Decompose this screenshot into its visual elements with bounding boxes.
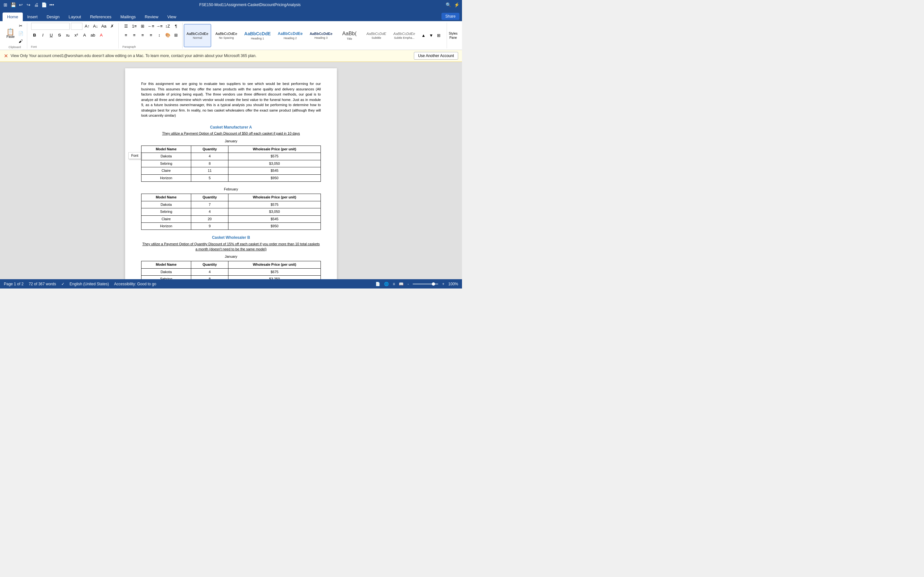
style-heading1[interactable]: AaBbCcDdE Heading 1 [241,24,273,47]
share-icon[interactable]: ⚡ [454,2,459,8]
zoom-out-icon[interactable]: - [407,282,409,286]
col-model-name: Model Name [142,146,191,153]
cell-model: Dakota [142,201,191,208]
tab-insert[interactable]: Insert [23,13,42,21]
line-spacing-button[interactable]: ↕ [156,32,163,39]
print-preview-icon[interactable]: 📄 [41,2,47,8]
zoom-slider-thumb [432,282,435,285]
italic-button[interactable]: I [39,32,47,39]
clear-formatting-button[interactable]: ✗ [109,23,116,30]
clipboard-label: Clipboard [9,45,21,49]
col-quantity: Quantity [191,261,228,268]
tab-view[interactable]: View [163,13,181,21]
cell-qty: 20 [191,215,228,222]
numbering-button[interactable]: 1≡ [131,23,138,30]
save-icon[interactable]: 💾 [10,2,16,8]
style-heading3[interactable]: AaBbCcDdEe Heading 3 [307,24,335,47]
print-icon[interactable]: 🖨 [33,2,39,8]
tab-design[interactable]: Design [42,13,64,21]
paste-button[interactable]: 📋 Paste [5,28,16,39]
borders-button[interactable]: ⊞ [173,32,180,39]
col-model-name: Model Name [142,261,191,268]
cell-price: $3,050 [228,160,321,167]
zoom-in-icon[interactable]: + [442,282,444,286]
tab-references[interactable]: References [86,13,116,21]
search-icon[interactable]: 🔍 [445,2,451,8]
cut-button[interactable]: ✂ [17,23,24,29]
highlight-button[interactable]: ab [89,32,97,39]
align-right-button[interactable]: ≡ [139,32,146,39]
styles-scroll-down-button[interactable]: ▼ [428,32,435,39]
style-subtle-emphasis[interactable]: AaBbCcDdEe Subtle Empha... [391,24,418,47]
superscript-button[interactable]: x² [73,32,80,39]
font-name-input[interactable] [31,23,69,30]
zoom-slider[interactable] [413,284,438,285]
cell-price: $950 [228,222,321,229]
show-paragraph-button[interactable]: ¶ [173,23,180,30]
cell-price: $3,250 [228,276,321,279]
tab-review[interactable]: Review [140,13,163,21]
redo-icon[interactable]: ↪ [26,2,31,8]
cell-qty: 4 [191,153,228,160]
cell-qty: 7 [191,201,228,208]
text-effects-button[interactable]: A [81,32,88,39]
change-case-button[interactable]: Aa [100,23,107,30]
style-normal-name: Normal [193,36,202,39]
view-outline-icon[interactable]: ≡ [393,282,395,286]
notification-close-icon[interactable]: ✕ [4,53,8,59]
zoom-level[interactable]: 100% [448,282,458,286]
font-size-input[interactable] [71,23,82,30]
style-subtitle[interactable]: AaBbCcDdE Subtitle [363,24,389,47]
font-color-button[interactable]: A [98,32,105,39]
increase-font-size-button[interactable]: A↑ [84,23,91,30]
cell-qty: 9 [191,222,228,229]
decrease-font-size-button[interactable]: A↓ [92,23,99,30]
style-subtle-emphasis-preview: AaBbCcDdEe [393,32,415,35]
cell-qty: 4 [191,268,228,276]
style-normal[interactable]: AaBbCcDdEe Normal [184,24,212,47]
bullets-button[interactable]: ☰ [123,23,129,30]
shading-button[interactable]: 🎨 [164,32,171,39]
view-normal-icon[interactable]: 📄 [375,282,380,286]
undo-icon[interactable]: ↩ [18,2,24,8]
view-web-icon[interactable]: 🌐 [384,282,389,286]
cell-price: $950 [228,174,321,181]
justify-button[interactable]: ≡ [148,32,155,39]
tab-layout[interactable]: Layout [64,13,86,21]
multilevel-list-button[interactable]: ⊞ [139,23,146,30]
style-heading2[interactable]: AaBbCcDdEe Heading 2 [275,24,305,47]
spelling-check-icon[interactable]: ✓ [61,282,65,286]
accessibility-indicator: Accessibility: Good to go [114,282,156,286]
font-name-row: A↑ A↓ Aa ✗ [31,23,116,30]
more-icon[interactable]: ••• [49,2,55,8]
format-painter-button[interactable]: 🖌 [17,38,24,45]
font-tooltip: Font [128,152,141,159]
style-no-spacing[interactable]: AaBbCcDdEe No Spacing [212,24,240,47]
use-another-account-button[interactable]: Use Another Account [414,52,458,60]
share-button[interactable]: Share [441,13,459,20]
section-a: Casket Manufacturer A They utilize a Pay… [141,125,321,230]
sort-button[interactable]: ↕Z [164,23,171,30]
underline-button[interactable]: U [48,32,55,39]
section-b-subheading: They utilize a Payment Option of Quantit… [141,242,321,251]
view-read-icon[interactable]: 📖 [399,282,404,286]
align-center-button[interactable]: ≡ [131,32,138,39]
decrease-indent-button[interactable]: ←≡ [148,23,155,30]
style-title[interactable]: AaBb( Title [336,24,362,47]
section-b-january-table: Model Name Quantity Wholesale Price (per… [141,261,321,279]
styles-scroll-up-button[interactable]: ▲ [420,32,427,39]
bold-button[interactable]: B [31,32,38,39]
align-left-button[interactable]: ≡ [123,32,129,39]
tab-home[interactable]: Home [3,13,23,21]
home-icon[interactable]: ⊞ [3,2,8,8]
tab-mailings[interactable]: Mailings [116,13,140,21]
strikethrough-button[interactable]: S [56,32,63,39]
copy-button[interactable]: 📄 [17,30,24,37]
cell-model: Sebring [142,160,191,167]
style-heading1-name: Heading 1 [251,37,264,40]
style-heading2-preview: AaBbCcDdEe [278,31,302,36]
styles-expand-button[interactable]: ⊞ [435,32,443,39]
subscript-button[interactable]: x₂ [65,32,71,39]
styles-pane-button[interactable]: StylesPane [447,23,459,48]
increase-indent-button[interactable]: →≡ [156,23,163,30]
